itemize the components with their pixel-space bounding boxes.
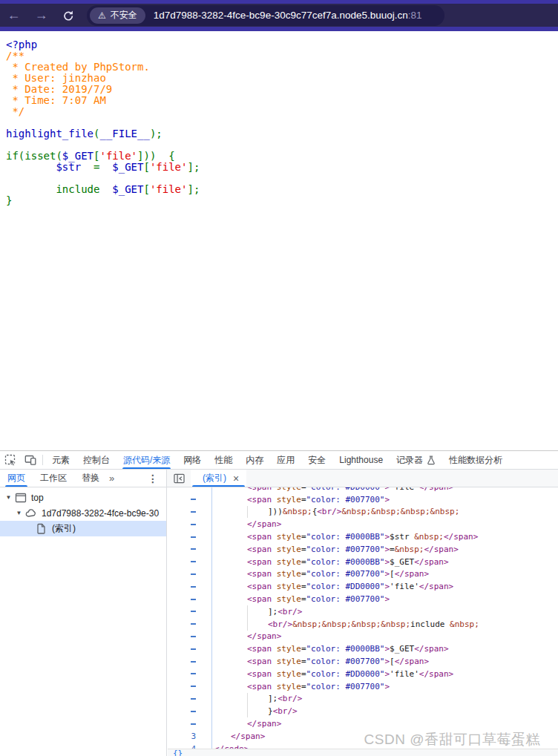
devtools-panel: 元素控制台源代码/来源网络性能内存应用安全Lighthouse记录器性能数据分析… <box>0 450 558 756</box>
navigator-menu-icon[interactable]: ⋮ <box>140 473 166 484</box>
source-row: <span style="color: #DD0000">'file'</spa… <box>168 487 558 493</box>
address-bar[interactable]: ⚠ 不安全 1d7d7988-3282-4fce-bc9e-30c9c77cef… <box>87 5 444 26</box>
navigator-tab[interactable]: 替换 <box>74 470 107 487</box>
source-row: </span> <box>168 518 558 530</box>
php-source-code: <?php/** * Created by PhpStorm. * User: … <box>6 39 200 206</box>
gutter-cell <box>168 668 211 680</box>
source-line-content: </span> <box>211 631 558 643</box>
devtools-tab[interactable]: 元素 <box>45 451 76 469</box>
source-row: </span> <box>168 717 558 730</box>
file-tab-index[interactable]: (索引) × <box>191 470 246 487</box>
gutter-cell <box>168 680 211 693</box>
source-row: <span style="color: #007700">[</span> <box>168 655 558 668</box>
tree-item-label: (索引) <box>52 522 76 535</box>
cloud-icon <box>25 507 37 519</box>
more-tabs-icon[interactable]: » <box>107 473 116 484</box>
php-code-line: * Time: 7:07 AM <box>6 95 200 106</box>
gutter-cell <box>168 631 211 643</box>
devtools-tab[interactable]: Lighthouse <box>332 451 390 469</box>
source-line-content: <span style="color: #007700"> <box>211 493 558 506</box>
devtools-tab[interactable]: 控制台 <box>76 451 116 469</box>
source-line-content: <span style="color: #DD0000">'file'</spa… <box>211 487 558 493</box>
doc-icon <box>36 523 47 535</box>
source-row: <span style="color: #007700">=&nbsp;</sp… <box>168 543 558 556</box>
devtools-body: ▼top▼1d7d7988-3282-4fce-bc9e-30(索引) <spa… <box>0 487 558 756</box>
tree-item-top[interactable]: ▼top <box>0 490 166 505</box>
source-line-content: <span style="color: #007700">=&nbsp;</sp… <box>211 543 558 556</box>
indent-guide <box>247 605 248 618</box>
source-line-content: </span> <box>211 518 558 530</box>
tree-item-1d7d798832824fcebc9e30[interactable]: ▼1d7d7988-3282-4fce-bc9e-30 <box>0 505 166 521</box>
navigator-tab[interactable]: 工作区 <box>33 470 74 487</box>
editor-status-bar: {} <box>168 749 558 756</box>
php-code-line: */ <box>6 106 200 117</box>
source-line-content: <span style="color: #007700"> <box>211 680 558 693</box>
php-code-line: /** <box>6 50 200 62</box>
php-code-line: * Date: 2019/7/9 <box>6 84 200 95</box>
device-toolbar-icon[interactable] <box>20 451 40 469</box>
gutter-cell <box>168 642 211 655</box>
back-icon[interactable]: ← <box>0 4 27 27</box>
forward-icon[interactable]: → <box>27 4 55 27</box>
hide-navigator-icon[interactable] <box>167 470 191 487</box>
reload-icon[interactable] <box>55 10 80 22</box>
php-code-line: include $_GET['file']; <box>6 184 200 195</box>
source-line-content: </span> <box>211 717 558 730</box>
gutter-cell <box>168 693 211 706</box>
security-chip[interactable]: ⚠ 不安全 <box>90 7 145 24</box>
devtools-tab[interactable]: 内存 <box>239 451 270 469</box>
gutter-cell <box>168 593 211 605</box>
source-line-content: <span style="color: #007700">[</span> <box>211 655 558 668</box>
php-code-line <box>6 139 200 151</box>
warning-icon: ⚠ <box>98 11 106 20</box>
toolbar-divider <box>42 455 43 465</box>
close-tab-icon[interactable]: × <box>233 473 239 484</box>
expander-icon[interactable]: ▼ <box>14 510 24 516</box>
pretty-print-icon[interactable]: {} <box>173 749 183 756</box>
gutter-cell <box>168 518 211 530</box>
php-code-line <box>6 173 200 184</box>
source-line-content: <br/>&nbsp;&nbsp;&nbsp;&nbsp;include &nb… <box>211 618 558 631</box>
file-navigator: ▼top▼1d7d7988-3282-4fce-bc9e-30(索引) <box>0 487 167 756</box>
source-row: <span style="color: #007700">[</span> <box>168 568 558 581</box>
source-row: ];<br/> <box>168 605 558 618</box>
php-code-line: if(isset($_GET['file'])) { <box>6 151 200 162</box>
devtools-tab[interactable]: 网络 <box>177 451 208 469</box>
gutter-cell <box>168 487 211 493</box>
php-code-line: highlight_file(__FILE__); <box>6 128 200 139</box>
source-line-content: <span style="color: #0000BB">$str &nbsp;… <box>211 530 558 543</box>
indent-guide <box>247 618 248 631</box>
url-text[interactable]: 1d7d7988-3282-4fce-bc9e-30c9c77cef7a.nod… <box>154 10 422 21</box>
security-label: 不安全 <box>111 9 137 22</box>
indent-guide <box>247 705 248 717</box>
gutter-cell <box>168 506 211 519</box>
devtools-tab[interactable]: 性能 <box>208 451 239 469</box>
browser-toolbar: ← → ⚠ 不安全 1d7d7988-3282-4fce-bc9e-30c9c7… <box>0 4 558 27</box>
devtools-tab[interactable]: 应用 <box>270 451 301 469</box>
devtools-tab[interactable]: 源代码/来源 <box>116 451 177 469</box>
indent-guide <box>247 693 248 706</box>
editor-tabstrip: (索引) × <box>167 470 558 487</box>
gutter-cell: 3 <box>168 730 211 743</box>
frame-icon <box>15 492 27 504</box>
source-row: <span style="color: #DD0000">'file'</spa… <box>168 668 558 680</box>
source-row: <span style="color: #DD0000">'file'</spa… <box>168 580 558 593</box>
expander-icon[interactable]: ▼ <box>4 494 13 501</box>
source-row: 3</span> <box>168 730 558 743</box>
source-row: }<br/> <box>168 705 558 717</box>
source-row: ]))&nbsp;{<br/>&nbsp;&nbsp;&nbsp;&nbsp; <box>168 506 558 519</box>
devtools-tab[interactable]: 安全 <box>301 451 332 469</box>
source-row: <br/>&nbsp;&nbsp;&nbsp;&nbsp;include &nb… <box>168 618 558 631</box>
source-editor: <span style="color: #DD0000">'file'</spa… <box>168 487 558 756</box>
source-row: <span style="color: #007700"> <box>168 493 558 506</box>
url-port: :81 <box>408 10 422 21</box>
devtools-tab[interactable]: 记录器 <box>390 451 442 469</box>
devtools-tab[interactable]: 性能数据分析 <box>442 451 509 469</box>
inspect-icon[interactable] <box>0 451 20 469</box>
gutter-cell <box>168 655 211 668</box>
indent-guide <box>247 506 248 519</box>
navigator-header: 网页工作区替换 » ⋮ <box>0 470 167 487</box>
navigator-tab[interactable]: 网页 <box>0 470 33 487</box>
source-row: </span> <box>168 631 558 643</box>
tree-item-[interactable]: (索引) <box>0 521 166 536</box>
